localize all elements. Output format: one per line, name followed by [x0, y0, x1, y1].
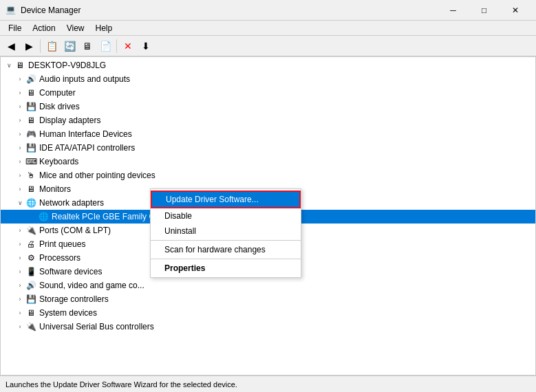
ctx-scan[interactable]: Scan for hardware changes	[151, 242, 301, 257]
list-item[interactable]: › ⌨ Keyboards	[1, 155, 535, 168]
back-button[interactable]: ◀	[3, 38, 19, 54]
scan-button[interactable]: 📄	[97, 38, 114, 54]
expand-icon[interactable]: ›	[14, 101, 25, 112]
item-icon: ⚙	[25, 252, 36, 263]
item-label: Display adapters	[39, 116, 100, 125]
toolbar-separator-2	[116, 39, 117, 53]
item-icon: 🖥	[25, 184, 36, 195]
item-icon: 📱	[25, 266, 36, 277]
item-icon: 🌐	[25, 197, 36, 208]
list-item[interactable]: › 💾 Disk drives	[1, 100, 535, 113]
menu-bar: File Action View Help	[0, 21, 536, 36]
minimize-button[interactable]: ─	[438, 0, 469, 21]
main-content: ∨ 🖥 DESKTOP-V9D8JLG › 🔊 Audio inputs and…	[0, 56, 536, 375]
item-label: Print queues	[39, 239, 85, 249]
tree-root[interactable]: ∨ 🖥 DESKTOP-V9D8JLG	[1, 58, 535, 72]
item-label: Disk drives	[39, 102, 80, 111]
ctx-update-driver[interactable]: Update Driver Software...	[151, 190, 301, 208]
item-icon: ⌨	[25, 156, 36, 167]
status-bar: Launches the Update Driver Software Wiza…	[0, 375, 536, 392]
item-icon: 🖥	[25, 115, 36, 126]
item-label: IDE ATA/ATAPI controllers	[39, 143, 135, 153]
toolbar-separator-1	[40, 39, 41, 53]
expand-icon[interactable]: ›	[14, 142, 25, 153]
menu-action[interactable]: Action	[27, 22, 61, 34]
item-label: Audio inputs and outputs	[39, 74, 130, 84]
properties-button[interactable]: 📋	[43, 38, 60, 54]
expand-icon	[27, 211, 38, 222]
item-icon: 🔊	[25, 280, 36, 291]
item-icon: 💾	[25, 294, 36, 305]
expand-icon[interactable]: ∨	[14, 197, 25, 208]
item-label: Software devices	[39, 267, 102, 276]
expand-icon[interactable]: ›	[14, 252, 25, 263]
toolbar: ◀ ▶ 📋 🔄 🖥 📄 ✕ ⬇	[0, 36, 536, 56]
item-icon: 🖥	[25, 307, 36, 318]
expand-icon[interactable]: ›	[14, 87, 25, 98]
menu-help[interactable]: Help	[90, 22, 118, 34]
item-label: Monitors	[39, 184, 71, 194]
item-icon: 🌐	[38, 211, 49, 222]
forward-button[interactable]: ▶	[21, 38, 37, 54]
ctx-disable[interactable]: Disable	[151, 208, 301, 224]
expand-icon[interactable]: ›	[14, 266, 25, 277]
root-label: DESKTOP-V9D8JLG	[28, 61, 106, 70]
disable-button[interactable]: ✕	[120, 38, 136, 54]
item-icon: 🔌	[25, 225, 36, 236]
expand-icon[interactable]: ›	[14, 239, 25, 250]
expand-icon[interactable]: ›	[14, 115, 25, 126]
list-item[interactable]: › 🔊 Sound, video and game co...	[1, 279, 535, 292]
close-button[interactable]: ✕	[500, 0, 530, 21]
expand-icon[interactable]: ›	[14, 184, 25, 195]
update-driver-button[interactable]: 🔄	[61, 38, 78, 54]
list-item[interactable]: › 🔊 Audio inputs and outputs	[1, 72, 535, 86]
list-item[interactable]: › 💾 Storage controllers	[1, 292, 535, 306]
list-item[interactable]: › 🖥 Computer	[1, 86, 535, 100]
item-label: Human Interface Devices	[39, 129, 132, 139]
download-button[interactable]: ⬇	[138, 38, 154, 54]
maximize-button[interactable]: □	[469, 0, 500, 21]
item-icon: 🖥	[25, 87, 36, 98]
item-icon: 💾	[25, 101, 36, 112]
item-icon: 🖱	[25, 170, 36, 181]
list-item[interactable]: › 🖥 System devices	[1, 306, 535, 320]
expand-icon[interactable]: ›	[14, 129, 25, 140]
uninstall-button[interactable]: 🖥	[79, 38, 96, 54]
ctx-separator-2	[151, 259, 301, 259]
item-label: Keyboards	[39, 157, 78, 166]
item-label: Storage controllers	[39, 294, 109, 304]
menu-file[interactable]: File	[3, 22, 27, 34]
list-item[interactable]: › 💾 IDE ATA/ATAPI controllers	[1, 141, 535, 155]
list-item[interactable]: › 🖥 Display adapters	[1, 113, 535, 127]
window-title: Device Manager	[21, 6, 438, 15]
ctx-uninstall[interactable]: Uninstall	[151, 224, 301, 239]
app-icon: 💻	[6, 5, 17, 16]
expand-icon[interactable]: ›	[14, 307, 25, 318]
expand-icon[interactable]: ›	[14, 225, 25, 236]
item-label: Network adapters	[39, 198, 104, 208]
expand-icon[interactable]: ›	[14, 74, 25, 85]
item-label: Sound, video and game co...	[39, 281, 144, 290]
ctx-separator-1	[151, 240, 301, 241]
item-label: System devices	[39, 308, 97, 318]
status-text: Launches the Update Driver Software Wiza…	[6, 380, 237, 389]
item-icon: 🔊	[25, 74, 36, 85]
expand-icon[interactable]: ›	[14, 321, 25, 332]
list-item[interactable]: › 🔌 Universal Serial Bus controllers	[1, 320, 535, 334]
expand-icon[interactable]: ›	[14, 170, 25, 181]
ctx-properties[interactable]: Properties	[151, 261, 301, 276]
root-expand-icon[interactable]: ∨	[3, 60, 14, 71]
expand-icon[interactable]: ›	[14, 156, 25, 167]
context-menu: Update Driver Software... Disable Uninst…	[150, 188, 301, 278]
item-icon: 🖨	[25, 239, 36, 250]
list-item[interactable]: › 🖱 Mice and other pointing devices	[1, 168, 535, 182]
expand-icon[interactable]: ›	[14, 280, 25, 291]
root-icon: 🖥	[14, 60, 25, 71]
menu-view[interactable]: View	[61, 22, 90, 34]
title-bar: 💻 Device Manager ─ □ ✕	[0, 0, 536, 21]
item-label: Mice and other pointing devices	[39, 171, 156, 180]
list-item[interactable]: › 🎮 Human Interface Devices	[1, 127, 535, 141]
item-label: Universal Serial Bus controllers	[39, 322, 154, 331]
expand-icon[interactable]: ›	[14, 294, 25, 305]
item-icon: 🔌	[25, 321, 36, 332]
